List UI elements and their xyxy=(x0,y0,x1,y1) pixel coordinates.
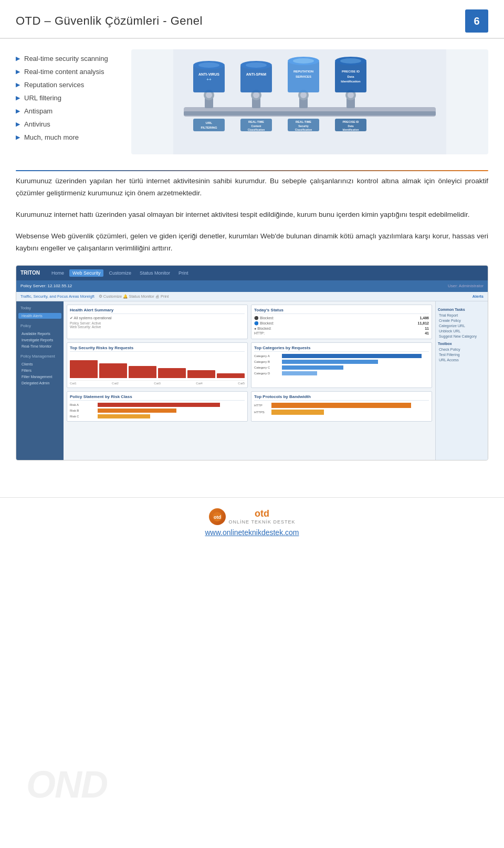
svg-text:Classification: Classification xyxy=(295,128,312,131)
sidebar-delegated[interactable]: Delegated Admin xyxy=(18,380,61,386)
stat-blocked3-label: ● Blocked: xyxy=(254,327,271,330)
triton-sidebar: Today Health Alerts Policy Available Rep… xyxy=(16,301,64,460)
task-policy[interactable]: Create Policy xyxy=(438,318,486,323)
page-header: OTD – Güvenlik Çözümleri - Genel 6 xyxy=(0,0,504,39)
footer-logo-text: otd ONLİNE TEKNİK DESTEK xyxy=(229,508,296,525)
svg-text:++: ++ xyxy=(206,77,212,82)
page-number-badge: 6 xyxy=(465,9,488,33)
security-bar-chart xyxy=(70,354,245,380)
footer-logo: otd otd ONLİNE TEKNİK DESTEK xyxy=(0,508,504,525)
svg-point-22 xyxy=(246,62,267,68)
task-suggest[interactable]: Suggest New Category xyxy=(438,334,486,339)
triton-right-panel: Common Tasks Trial Report Create Policy … xyxy=(435,301,488,460)
svg-text:PRECISE ID: PRECISE ID xyxy=(342,120,359,123)
svg-point-31 xyxy=(340,58,361,64)
bar-4 xyxy=(158,368,186,378)
svg-point-26 xyxy=(293,58,314,64)
triton-body: Today Health Alerts Policy Available Rep… xyxy=(16,301,488,460)
categories-bars: Category A Category B Category C xyxy=(254,354,429,375)
stat-blocked2-label: 🔵 Blocked: xyxy=(254,321,274,326)
proto-bar-1: HTTP xyxy=(254,403,429,408)
page-title: OTD – Güvenlik Çözümleri - Genel xyxy=(16,14,203,28)
cat-bar-4: Category D xyxy=(254,371,429,375)
health-detail2: Web Security: Active xyxy=(70,325,245,329)
arrow-icon: ▶ xyxy=(16,95,20,101)
tool-check[interactable]: Check Policy xyxy=(438,347,486,352)
pol-bar-2: Risk B xyxy=(70,409,245,413)
sidebar-reports[interactable]: Available Reports xyxy=(18,331,61,337)
svg-point-14 xyxy=(348,92,354,98)
arrow-icon: ▶ xyxy=(16,134,20,141)
sidebar-clients[interactable]: Clients xyxy=(18,361,61,367)
svg-text:SERVICES: SERVICES xyxy=(296,75,311,78)
svg-rect-35 xyxy=(193,119,225,131)
svg-text:PRECISE ID: PRECISE ID xyxy=(342,70,360,73)
triton-header: TRITON HomeWeb SecurityCustomizeStatus M… xyxy=(16,266,488,280)
sidebar-realtime[interactable]: Real-Time Monitor xyxy=(18,343,61,349)
task-unblock[interactable]: Unblock URL xyxy=(438,329,486,333)
svg-text:Data: Data xyxy=(348,124,354,128)
svg-text:REAL-TIME: REAL-TIME xyxy=(296,120,311,123)
proto-bar-fill-2 xyxy=(271,410,324,415)
top-categories-panel: Top Categories by Requests Category A Ca… xyxy=(251,342,432,388)
bullet-item: ▶Antivirus xyxy=(16,120,121,128)
task-trial[interactable]: Trial Report xyxy=(438,313,486,318)
policy-panel: Policy Statement by Risk Class Risk A Ri… xyxy=(67,391,248,422)
bar-3 xyxy=(129,366,156,378)
triton-nav-item[interactable]: Home xyxy=(48,269,67,277)
cat-bar-fill-1 xyxy=(282,354,422,358)
breadcrumb-icons: ⚙ Customize 🔔 Status Monitor 🖨 Print xyxy=(99,294,169,299)
footer-url[interactable]: www.onlineteknikdestek.com xyxy=(0,528,504,537)
svg-point-8 xyxy=(253,92,259,98)
cat-bar-fill-2 xyxy=(282,360,378,364)
triton-nav-item[interactable]: Customize xyxy=(106,269,134,277)
triton-toolbar: Policy Server: 12.102.55.12 User: Admini… xyxy=(16,280,488,292)
bar-5 xyxy=(187,370,215,378)
row-1: Health Alert Summary ✔ All systems opera… xyxy=(67,305,432,339)
arrow-icon: ▶ xyxy=(16,55,20,62)
svg-text:otd: otd xyxy=(214,515,221,520)
todays-status-panel: Today's Status ⚫ Blocked: 1,486 🔵 Blocke… xyxy=(251,305,432,339)
tool-test[interactable]: Test Filtering xyxy=(438,352,486,357)
sidebar-filter-mgmt[interactable]: Filter Management xyxy=(18,374,61,380)
policy-panel-title: Policy Statement by Risk Class xyxy=(70,394,245,401)
svg-text:Classification: Classification xyxy=(248,128,265,131)
cat-bar-3: Category C xyxy=(254,365,429,370)
health-detail: Policy Server: Active xyxy=(70,321,245,325)
sidebar-filters[interactable]: Filters xyxy=(18,368,61,373)
common-tasks-title: Common Tasks xyxy=(438,308,486,311)
sidebar-health[interactable]: Health Alerts xyxy=(18,313,61,319)
bar-2 xyxy=(99,363,127,378)
top-section: ▶Real-time security scanning▶Real-time c… xyxy=(16,49,488,154)
triton-nav: HomeWeb SecurityCustomizeStatus MonitorP… xyxy=(48,269,191,277)
row-2: Top Security Risks by Requests Cat1Ca xyxy=(67,342,432,388)
bar-6 xyxy=(217,373,245,378)
sidebar-investigate[interactable]: Investigate Reports xyxy=(18,337,61,343)
svg-text:Data: Data xyxy=(347,75,354,78)
proto-bar-2: HTTPS xyxy=(254,410,429,415)
triton-nav-item[interactable]: Web Security xyxy=(69,269,103,277)
stat-blocked-value: 1,486 xyxy=(419,316,429,320)
triton-nav-item[interactable]: Status Monitor xyxy=(136,269,173,277)
cat-bar-2: Category B xyxy=(254,360,429,364)
health-alert-panel: Health Alert Summary ✔ All systems opera… xyxy=(67,305,248,339)
proto-bar-fill-1 xyxy=(271,403,411,408)
pol-bar-fill-1 xyxy=(98,403,220,407)
bullet-item: ▶Antispam xyxy=(16,107,121,115)
footer-brand: otd xyxy=(229,508,296,519)
main-content: ▶Real-time security scanning▶Real-time c… xyxy=(0,39,504,487)
stat-http-value: 41 xyxy=(425,331,429,335)
stat-blocked2: 🔵 Blocked: 11,812 xyxy=(254,321,429,326)
triton-nav-item[interactable]: Print xyxy=(175,269,192,277)
status-panel-title: Today's Status xyxy=(254,308,429,314)
tool-url[interactable]: URL Access xyxy=(438,358,486,362)
protocols-bars: HTTP HTTPS xyxy=(254,403,429,415)
health-panel-title: Health Alert Summary xyxy=(70,308,245,314)
svg-text:ANTI-SPAM: ANTI-SPAM xyxy=(246,72,267,76)
arrow-icon: ▶ xyxy=(16,68,20,75)
alerts-button[interactable]: Alerts xyxy=(472,294,484,299)
arrow-icon: ▶ xyxy=(16,121,20,128)
toolbar-user: User: Administrator xyxy=(448,284,484,288)
cat-bar-fill-4 xyxy=(282,371,317,375)
task-categorize[interactable]: Categorize URL xyxy=(438,323,486,328)
